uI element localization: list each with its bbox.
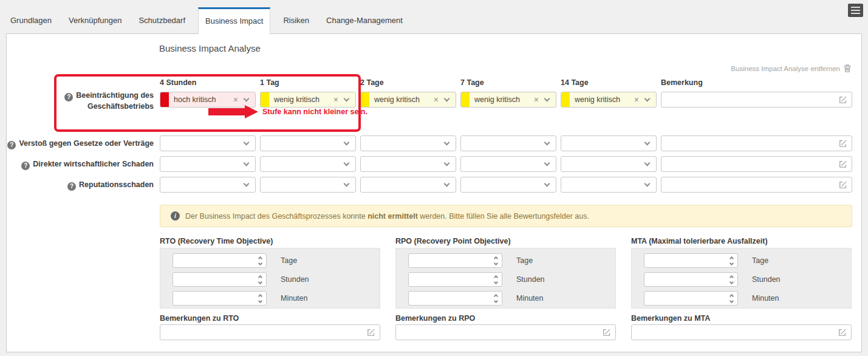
select-verstoss-14tage[interactable]	[561, 135, 657, 151]
chevron-down-icon[interactable]	[244, 96, 250, 102]
rpo-tage-field[interactable]	[409, 254, 494, 267]
spinner-arrows-icon[interactable]	[730, 257, 733, 265]
tab-change-management[interactable]: Change-Management	[322, 7, 407, 33]
mta-tage-field[interactable]	[644, 254, 730, 267]
chevron-down-icon[interactable]	[544, 140, 550, 146]
select-verstoss-1tag[interactable]	[260, 135, 356, 151]
rto-bemerkung-field[interactable]	[160, 325, 367, 340]
rto-tage-field[interactable]	[173, 254, 259, 267]
rpo-stunden-input[interactable]	[408, 272, 502, 287]
remove-bia-button[interactable]: Business Impact Analyse entfernen	[731, 64, 851, 72]
chevron-down-icon[interactable]	[544, 181, 550, 187]
select-beeintraechtigung-7tage[interactable]: wenig kritisch ×	[460, 92, 556, 108]
chevron-down-icon[interactable]	[344, 96, 350, 102]
chevron-down-icon[interactable]	[444, 160, 450, 166]
mta-stunden-field[interactable]	[644, 273, 730, 286]
rto-bemerkung-input[interactable]	[160, 324, 380, 340]
chevron-down-icon[interactable]	[644, 96, 651, 102]
select-beeintraechtigung-14tage[interactable]: wenig kritisch ×	[561, 92, 657, 108]
chevron-down-icon[interactable]	[344, 160, 350, 166]
select-schaden-7tage[interactable]	[460, 156, 556, 172]
rpo-minuten-field[interactable]	[409, 292, 494, 305]
bemerkung-field[interactable]	[661, 136, 839, 151]
select-schaden-1tag[interactable]	[260, 156, 356, 172]
rto-minuten-field[interactable]	[173, 292, 259, 305]
select-reputation-2tage[interactable]	[360, 177, 456, 193]
mta-stunden-input[interactable]	[644, 272, 738, 287]
edit-pencil-icon[interactable]	[838, 328, 847, 337]
clear-icon[interactable]: ×	[534, 95, 539, 104]
edit-pencil-icon[interactable]	[839, 160, 847, 168]
chevron-down-icon[interactable]	[644, 140, 651, 146]
chevron-down-icon[interactable]	[444, 140, 450, 146]
tab-risiken[interactable]: Risiken	[279, 7, 313, 33]
spinner-arrows-icon[interactable]	[494, 257, 497, 265]
select-reputation-7tage[interactable]	[460, 177, 556, 193]
chevron-down-icon[interactable]	[544, 160, 550, 166]
select-reputation-1tag[interactable]	[260, 177, 356, 193]
rto-tage-input[interactable]	[173, 253, 267, 268]
help-icon[interactable]: ?	[64, 93, 73, 101]
select-beeintraechtigung-1tag[interactable]: wenig kritisch ×	[260, 92, 356, 108]
bemerkung-field[interactable]	[661, 92, 839, 107]
tab-business-impact[interactable]: Business Impact	[198, 7, 270, 34]
rto-minuten-input[interactable]	[173, 291, 267, 306]
spinner-arrows-icon[interactable]	[494, 276, 497, 284]
chevron-down-icon[interactable]	[544, 96, 550, 102]
chevron-down-icon[interactable]	[244, 181, 250, 187]
spinner-arrows-icon[interactable]	[730, 276, 733, 284]
select-beeintraechtigung-4stunden[interactable]: hoch kritisch ×	[160, 92, 256, 108]
tab-grundlagen[interactable]: Grundlagen	[6, 7, 56, 33]
chevron-down-icon[interactable]	[444, 96, 450, 102]
select-verstoss-7tage[interactable]	[460, 135, 556, 151]
tab-verknuepfungen[interactable]: Verknüpfungen	[64, 7, 126, 33]
rpo-minuten-input[interactable]	[408, 291, 502, 306]
spinner-arrows-icon[interactable]	[259, 276, 262, 284]
chevron-down-icon[interactable]	[244, 160, 250, 166]
spinner-arrows-icon[interactable]	[494, 295, 497, 303]
chevron-down-icon[interactable]	[244, 140, 250, 146]
rpo-bemerkung-field[interactable]	[396, 325, 603, 340]
clear-icon[interactable]: ×	[434, 95, 439, 104]
select-reputation-4stunden[interactable]	[160, 177, 256, 193]
bemerkung-input-schaden[interactable]	[661, 156, 852, 172]
select-schaden-4stunden[interactable]	[160, 156, 256, 172]
mta-minuten-input[interactable]	[644, 291, 738, 306]
help-icon[interactable]: ?	[7, 141, 16, 149]
rto-stunden-input[interactable]	[173, 272, 267, 287]
mta-bemerkung-input[interactable]	[631, 324, 852, 340]
rpo-tage-input[interactable]	[408, 253, 502, 268]
chevron-down-icon[interactable]	[444, 181, 450, 187]
help-icon[interactable]: ?	[21, 162, 30, 170]
edit-pencil-icon[interactable]	[367, 328, 375, 337]
rpo-stunden-field[interactable]	[409, 273, 494, 286]
mta-bemerkung-field[interactable]	[632, 325, 838, 340]
bemerkung-input-beeintraechtigung[interactable]	[661, 92, 852, 108]
rto-stunden-field[interactable]	[173, 273, 259, 286]
select-reputation-14tage[interactable]	[561, 177, 657, 193]
spinner-arrows-icon[interactable]	[730, 295, 733, 303]
tab-schutzbedarf[interactable]: Schutzbedarf	[134, 7, 190, 33]
bemerkung-field[interactable]	[661, 157, 839, 171]
select-schaden-14tage[interactable]	[561, 156, 657, 172]
chevron-down-icon[interactable]	[644, 160, 651, 166]
edit-pencil-icon[interactable]	[603, 328, 611, 337]
select-schaden-2tage[interactable]	[360, 156, 456, 172]
edit-pencil-icon[interactable]	[839, 139, 847, 148]
mta-tage-input[interactable]	[644, 253, 738, 268]
bemerkung-input-verstoss[interactable]	[661, 135, 852, 151]
chevron-down-icon[interactable]	[344, 140, 350, 146]
bemerkung-field[interactable]	[661, 177, 839, 192]
mta-minuten-field[interactable]	[644, 292, 730, 305]
clear-icon[interactable]: ×	[634, 95, 639, 104]
chevron-down-icon[interactable]	[644, 181, 651, 187]
rpo-bemerkung-input[interactable]	[395, 324, 616, 340]
chevron-down-icon[interactable]	[344, 181, 350, 187]
edit-pencil-icon[interactable]	[839, 95, 847, 104]
clear-icon[interactable]: ×	[333, 95, 338, 104]
edit-pencil-icon[interactable]	[839, 180, 847, 189]
bemerkung-input-reputation[interactable]	[661, 177, 852, 193]
spinner-arrows-icon[interactable]	[259, 257, 262, 265]
spinner-arrows-icon[interactable]	[259, 295, 262, 303]
select-beeintraechtigung-2tage[interactable]: wenig kritisch ×	[360, 92, 456, 108]
